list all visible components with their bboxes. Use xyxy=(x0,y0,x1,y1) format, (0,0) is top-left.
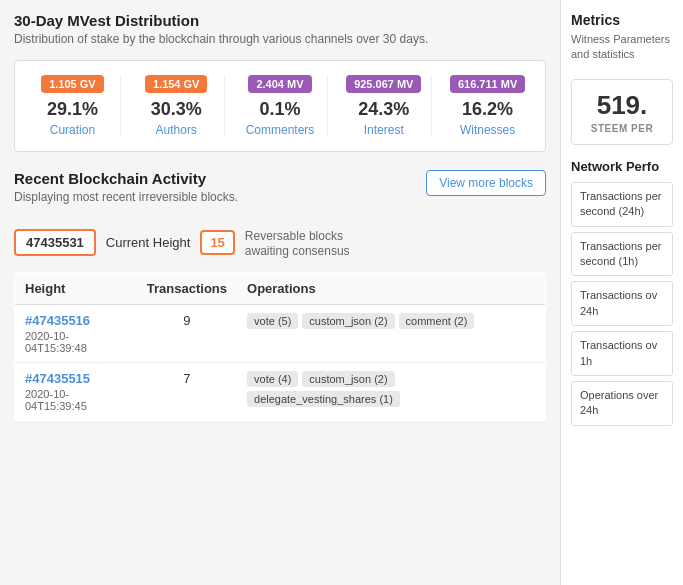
col-header-operations: Operations xyxy=(237,272,545,304)
distribution-desc: Distribution of stake by the blockchain … xyxy=(14,31,546,48)
dist-badge-4: 616.711 MV xyxy=(450,75,525,93)
block-date-0: 2020-10-04T15:39:48 xyxy=(25,330,127,354)
dist-pct-4: 16.2% xyxy=(444,99,531,120)
block-link-1[interactable]: #47435515 xyxy=(25,371,90,386)
op-tag: delegate_vesting_shares (1) xyxy=(247,391,400,407)
cell-txns-0: 9 xyxy=(137,304,237,362)
perf-item-4: Operations over 24h xyxy=(571,381,673,426)
distribution-section: 30-Day MVest Distribution Distribution o… xyxy=(14,12,546,152)
metrics-desc: Witness Parameters and statistics xyxy=(571,32,673,63)
op-tag: comment (2) xyxy=(399,313,475,329)
activity-title: Recent Blockchain Activity xyxy=(14,170,426,187)
activity-desc: Displaying most recent irreversible bloc… xyxy=(14,189,426,206)
steem-label: STEEM PER xyxy=(580,123,664,134)
height-row: 47435531 Current Height 15 Reversable bl… xyxy=(14,228,546,258)
view-more-blocks-button[interactable]: View more blocks xyxy=(426,170,546,196)
op-tag: custom_json (2) xyxy=(302,371,394,387)
activity-section: Recent Blockchain Activity Displaying mo… xyxy=(14,170,546,421)
col-header-height: Height xyxy=(15,272,137,304)
reversible-info: Reversable blocks awaiting consensus xyxy=(245,228,350,258)
perf-item-1: Transactions per second (1h) xyxy=(571,232,673,277)
right-column: Metrics Witness Parameters and statistic… xyxy=(560,0,683,585)
blocks-table: Height Transactions Operations #47435516… xyxy=(14,272,546,421)
perf-item-3: Transactions ov 1h xyxy=(571,331,673,376)
col-header-transactions: Transactions xyxy=(137,272,237,304)
block-link-0[interactable]: #47435516 xyxy=(25,313,90,328)
dist-pct-0: 29.1% xyxy=(29,99,116,120)
table-row-0: #47435516 2020-10-04T15:39:48 9 vote (5)… xyxy=(15,304,546,362)
cell-height-1: #47435515 2020-10-04T15:39:45 xyxy=(15,362,137,420)
dist-item-3: 925.067 MV 24.3% Interest xyxy=(336,75,432,137)
metrics-title: Metrics xyxy=(571,12,673,28)
dist-badge-0: 1.105 GV xyxy=(41,75,103,93)
distribution-card: 1.105 GV 29.1% Curation 1.154 GV 30.3% A… xyxy=(14,60,546,152)
block-date-1: 2020-10-04T15:39:45 xyxy=(25,388,127,412)
cell-txns-1: 7 xyxy=(137,362,237,420)
perf-item-0: Transactions per second (24h) xyxy=(571,182,673,227)
dist-badge-1: 1.154 GV xyxy=(145,75,207,93)
dist-pct-2: 0.1% xyxy=(237,99,324,120)
cell-height-0: #47435516 2020-10-04T15:39:48 xyxy=(15,304,137,362)
table-row-1: #47435515 2020-10-04T15:39:45 7 vote (4)… xyxy=(15,362,546,420)
dist-label-4: Witnesses xyxy=(460,123,515,137)
reversible-count-badge: 15 xyxy=(200,230,234,255)
op-tag: vote (4) xyxy=(247,371,298,387)
dist-item-0: 1.105 GV 29.1% Curation xyxy=(25,75,121,137)
dist-badge-2: 2.404 MV xyxy=(248,75,311,93)
dist-badge-3: 925.067 MV xyxy=(346,75,421,93)
dist-item-4: 616.711 MV 16.2% Witnesses xyxy=(440,75,535,137)
dist-pct-3: 24.3% xyxy=(340,99,427,120)
current-height-label: Current Height xyxy=(106,235,191,250)
distribution-row: 1.105 GV 29.1% Curation 1.154 GV 30.3% A… xyxy=(25,75,535,137)
steem-per-card: 519. STEEM PER xyxy=(571,79,673,145)
dist-label-0: Curation xyxy=(50,123,95,137)
op-tag: custom_json (2) xyxy=(302,313,394,329)
dist-label-1: Authors xyxy=(156,123,197,137)
distribution-title: 30-Day MVest Distribution xyxy=(14,12,546,29)
activity-info: Recent Blockchain Activity Displaying mo… xyxy=(14,170,426,218)
perf-item-2: Transactions ov 24h xyxy=(571,281,673,326)
dist-label-3: Interest xyxy=(364,123,404,137)
dist-label-2: Commenters xyxy=(246,123,315,137)
op-tag: vote (5) xyxy=(247,313,298,329)
steem-value: 519. xyxy=(580,90,664,121)
current-height-badge: 47435531 xyxy=(14,229,96,256)
cell-ops-0: vote (5)custom_json (2)comment (2) xyxy=(237,304,545,362)
dist-item-1: 1.154 GV 30.3% Authors xyxy=(129,75,225,137)
cell-ops-1: vote (4)custom_json (2)delegate_vesting_… xyxy=(237,362,545,420)
dist-item-2: 2.404 MV 0.1% Commenters xyxy=(233,75,329,137)
network-perf-title: Network Perfo xyxy=(571,159,673,174)
dist-pct-1: 30.3% xyxy=(133,99,220,120)
